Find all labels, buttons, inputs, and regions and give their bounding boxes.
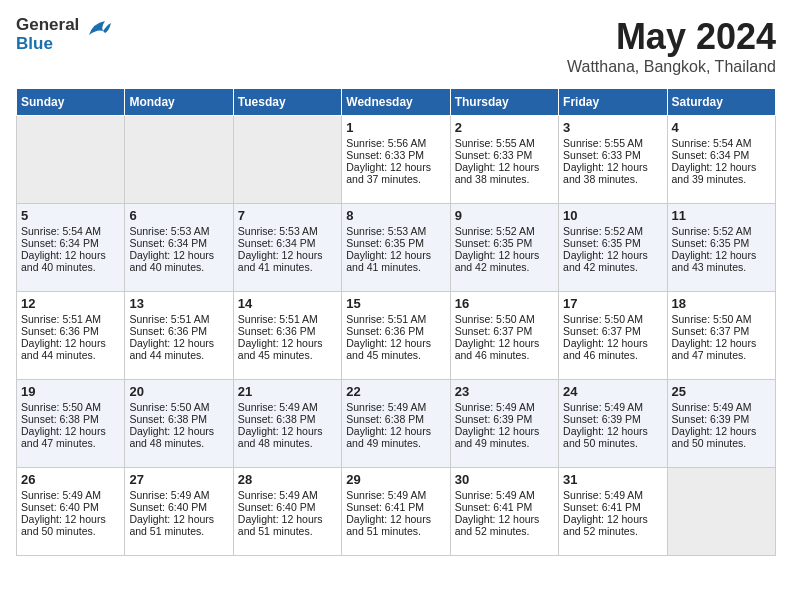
sunset-text: Sunset: 6:40 PM [21, 501, 120, 513]
sunset-text: Sunset: 6:37 PM [672, 325, 771, 337]
sunset-text: Sunset: 6:34 PM [672, 149, 771, 161]
sunrise-text: Sunrise: 5:49 AM [238, 489, 337, 501]
sunrise-text: Sunrise: 5:50 AM [563, 313, 662, 325]
daylight-text: Daylight: 12 hours and 50 minutes. [563, 425, 662, 449]
page-header: General Blue May 2024 Watthana, Bangkok,… [16, 16, 776, 76]
day-number: 21 [238, 384, 337, 399]
sunrise-text: Sunrise: 5:50 AM [21, 401, 120, 413]
sunrise-text: Sunrise: 5:52 AM [563, 225, 662, 237]
daylight-text: Daylight: 12 hours and 50 minutes. [672, 425, 771, 449]
sunset-text: Sunset: 6:37 PM [563, 325, 662, 337]
sunrise-text: Sunrise: 5:52 AM [672, 225, 771, 237]
calendar-cell: 29Sunrise: 5:49 AMSunset: 6:41 PMDayligh… [342, 468, 450, 556]
day-number: 16 [455, 296, 554, 311]
sunset-text: Sunset: 6:33 PM [455, 149, 554, 161]
daylight-text: Daylight: 12 hours and 41 minutes. [238, 249, 337, 273]
calendar-cell: 31Sunrise: 5:49 AMSunset: 6:41 PMDayligh… [559, 468, 667, 556]
sunrise-text: Sunrise: 5:53 AM [238, 225, 337, 237]
calendar-cell: 6Sunrise: 5:53 AMSunset: 6:34 PMDaylight… [125, 204, 233, 292]
sunset-text: Sunset: 6:34 PM [21, 237, 120, 249]
day-number: 19 [21, 384, 120, 399]
daylight-text: Daylight: 12 hours and 39 minutes. [672, 161, 771, 185]
sunset-text: Sunset: 6:38 PM [129, 413, 228, 425]
sunrise-text: Sunrise: 5:53 AM [346, 225, 445, 237]
day-number: 17 [563, 296, 662, 311]
sunset-text: Sunset: 6:35 PM [346, 237, 445, 249]
sunrise-text: Sunrise: 5:49 AM [129, 489, 228, 501]
sunrise-text: Sunrise: 5:49 AM [346, 489, 445, 501]
daylight-text: Daylight: 12 hours and 44 minutes. [129, 337, 228, 361]
sunrise-text: Sunrise: 5:54 AM [21, 225, 120, 237]
day-number: 8 [346, 208, 445, 223]
sunset-text: Sunset: 6:37 PM [455, 325, 554, 337]
day-number: 20 [129, 384, 228, 399]
calendar-week-row: 1Sunrise: 5:56 AMSunset: 6:33 PMDaylight… [17, 116, 776, 204]
calendar-cell: 5Sunrise: 5:54 AMSunset: 6:34 PMDaylight… [17, 204, 125, 292]
daylight-text: Daylight: 12 hours and 45 minutes. [238, 337, 337, 361]
daylight-text: Daylight: 12 hours and 41 minutes. [346, 249, 445, 273]
calendar-cell: 21Sunrise: 5:49 AMSunset: 6:38 PMDayligh… [233, 380, 341, 468]
sunset-text: Sunset: 6:36 PM [238, 325, 337, 337]
day-number: 29 [346, 472, 445, 487]
sunset-text: Sunset: 6:36 PM [21, 325, 120, 337]
calendar-cell: 9Sunrise: 5:52 AMSunset: 6:35 PMDaylight… [450, 204, 558, 292]
sunset-text: Sunset: 6:39 PM [455, 413, 554, 425]
sunset-text: Sunset: 6:36 PM [129, 325, 228, 337]
day-number: 24 [563, 384, 662, 399]
day-number: 7 [238, 208, 337, 223]
day-number: 23 [455, 384, 554, 399]
calendar-cell: 13Sunrise: 5:51 AMSunset: 6:36 PMDayligh… [125, 292, 233, 380]
daylight-text: Daylight: 12 hours and 52 minutes. [455, 513, 554, 537]
calendar-cell: 3Sunrise: 5:55 AMSunset: 6:33 PMDaylight… [559, 116, 667, 204]
day-number: 14 [238, 296, 337, 311]
day-number: 31 [563, 472, 662, 487]
sunrise-text: Sunrise: 5:51 AM [346, 313, 445, 325]
daylight-text: Daylight: 12 hours and 44 minutes. [21, 337, 120, 361]
daylight-text: Daylight: 12 hours and 47 minutes. [672, 337, 771, 361]
day-number: 3 [563, 120, 662, 135]
calendar-cell [233, 116, 341, 204]
sunrise-text: Sunrise: 5:49 AM [238, 401, 337, 413]
calendar-cell: 14Sunrise: 5:51 AMSunset: 6:36 PMDayligh… [233, 292, 341, 380]
sunset-text: Sunset: 6:33 PM [563, 149, 662, 161]
daylight-text: Daylight: 12 hours and 43 minutes. [672, 249, 771, 273]
daylight-text: Daylight: 12 hours and 45 minutes. [346, 337, 445, 361]
sunset-text: Sunset: 6:41 PM [455, 501, 554, 513]
sunset-text: Sunset: 6:33 PM [346, 149, 445, 161]
calendar-cell: 25Sunrise: 5:49 AMSunset: 6:39 PMDayligh… [667, 380, 775, 468]
daylight-text: Daylight: 12 hours and 40 minutes. [129, 249, 228, 273]
daylight-text: Daylight: 12 hours and 51 minutes. [346, 513, 445, 537]
calendar-cell: 20Sunrise: 5:50 AMSunset: 6:38 PMDayligh… [125, 380, 233, 468]
title-block: May 2024 Watthana, Bangkok, Thailand [567, 16, 776, 76]
day-number: 15 [346, 296, 445, 311]
calendar-cell: 1Sunrise: 5:56 AMSunset: 6:33 PMDaylight… [342, 116, 450, 204]
calendar-cell: 12Sunrise: 5:51 AMSunset: 6:36 PMDayligh… [17, 292, 125, 380]
location-title: Watthana, Bangkok, Thailand [567, 58, 776, 76]
sunrise-text: Sunrise: 5:49 AM [563, 489, 662, 501]
day-number: 28 [238, 472, 337, 487]
day-number: 22 [346, 384, 445, 399]
daylight-text: Daylight: 12 hours and 47 minutes. [21, 425, 120, 449]
sunset-text: Sunset: 6:38 PM [346, 413, 445, 425]
sunset-text: Sunset: 6:40 PM [238, 501, 337, 513]
calendar-cell: 23Sunrise: 5:49 AMSunset: 6:39 PMDayligh… [450, 380, 558, 468]
daylight-text: Daylight: 12 hours and 37 minutes. [346, 161, 445, 185]
calendar-week-row: 26Sunrise: 5:49 AMSunset: 6:40 PMDayligh… [17, 468, 776, 556]
day-number: 1 [346, 120, 445, 135]
day-number: 26 [21, 472, 120, 487]
weekday-header-saturday: Saturday [667, 89, 775, 116]
calendar-cell: 26Sunrise: 5:49 AMSunset: 6:40 PMDayligh… [17, 468, 125, 556]
calendar-week-row: 19Sunrise: 5:50 AMSunset: 6:38 PMDayligh… [17, 380, 776, 468]
calendar-cell: 27Sunrise: 5:49 AMSunset: 6:40 PMDayligh… [125, 468, 233, 556]
sunset-text: Sunset: 6:35 PM [455, 237, 554, 249]
calendar-week-row: 5Sunrise: 5:54 AMSunset: 6:34 PMDaylight… [17, 204, 776, 292]
sunset-text: Sunset: 6:41 PM [563, 501, 662, 513]
daylight-text: Daylight: 12 hours and 46 minutes. [563, 337, 662, 361]
calendar-cell: 4Sunrise: 5:54 AMSunset: 6:34 PMDaylight… [667, 116, 775, 204]
daylight-text: Daylight: 12 hours and 51 minutes. [238, 513, 337, 537]
day-number: 25 [672, 384, 771, 399]
day-number: 5 [21, 208, 120, 223]
day-number: 4 [672, 120, 771, 135]
day-number: 10 [563, 208, 662, 223]
weekday-header-sunday: Sunday [17, 89, 125, 116]
